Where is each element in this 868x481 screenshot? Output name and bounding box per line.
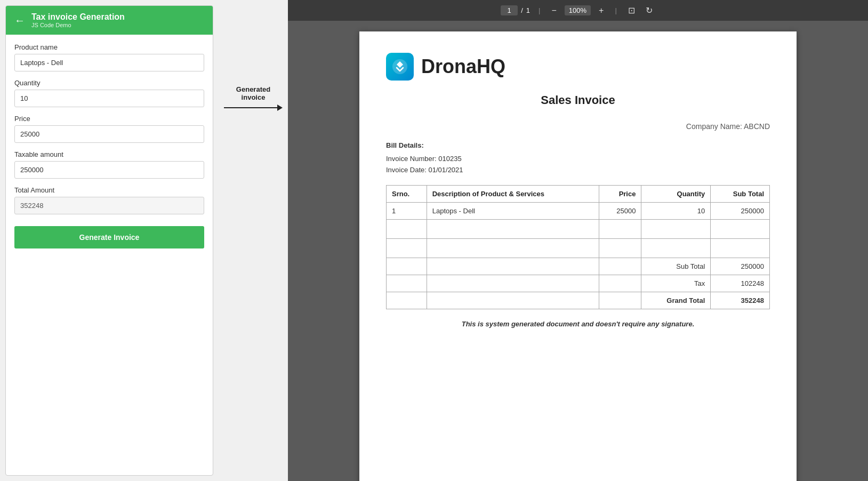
cell-description: Laptops - Dell (427, 203, 599, 220)
empty-cell (711, 239, 770, 258)
col-quantity: Quantity (641, 186, 711, 203)
pdf-page-input[interactable] (501, 5, 518, 15)
arrow-label: Generated invoice (224, 85, 283, 101)
empty-cell (711, 220, 770, 239)
pdf-refresh-button[interactable]: ↻ (643, 4, 655, 17)
invoice-date: Invoice Date: 01/01/2021 (386, 165, 770, 176)
empty-cell (387, 275, 427, 292)
bill-details: Bill Details: Invoice Number: 010235 Inv… (386, 140, 770, 175)
empty-cell (599, 220, 641, 239)
summary-subtotal-label: Sub Total (641, 258, 711, 275)
arrow-shaft (224, 107, 277, 108)
quantity-input[interactable] (14, 90, 204, 107)
invoice-title: Sales Invoice (386, 93, 770, 107)
empty-cell (599, 258, 641, 275)
price-field-group: Price (14, 115, 204, 143)
taxable-amount-field-group: Taxable amount (14, 150, 204, 179)
table-row-empty-2 (387, 239, 770, 258)
pdf-viewer-panel: / 1 | − 100% + | ⊡ ↻ DronaHQ (288, 0, 868, 481)
summary-grandtotal-value: 352248 (711, 292, 770, 309)
total-amount-label: Total Amount (14, 186, 204, 194)
table-header-row: Srno. Description of Product & Services … (387, 186, 770, 203)
panel-header: ← Tax invoice Generation JS Code Demo (6, 6, 213, 35)
summary-grandtotal-label: Grand Total (641, 292, 711, 309)
invoice-table: Srno. Description of Product & Services … (386, 185, 770, 309)
header-subtitle: JS Code Demo (31, 22, 125, 28)
product-name-input[interactable] (14, 54, 204, 71)
empty-cell (427, 220, 599, 239)
empty-cell (599, 239, 641, 258)
pdf-zoom-in-button[interactable]: + (596, 5, 606, 17)
pdf-zoom-display: 100% (565, 5, 591, 15)
col-srno: Srno. (387, 186, 427, 203)
pdf-page: DronaHQ Sales Invoice Company Name: ABCN… (359, 31, 797, 481)
table-row: 1 Laptops - Dell 25000 10 250000 (387, 203, 770, 220)
empty-cell (387, 220, 427, 239)
quantity-field-group: Quantity (14, 79, 204, 107)
header-text: Tax invoice Generation JS Code Demo (31, 12, 125, 28)
summary-tax-value: 102248 (711, 275, 770, 292)
product-name-field-group: Product name (14, 43, 204, 71)
company-logo (386, 53, 414, 81)
empty-cell (387, 239, 427, 258)
empty-cell (427, 275, 599, 292)
back-button[interactable]: ← (14, 14, 25, 27)
pdf-page-separator: / (521, 6, 523, 14)
invoice-company-name: Company Name: ABCND (386, 122, 770, 131)
empty-cell (641, 239, 711, 258)
col-price: Price (599, 186, 641, 203)
pdf-page-controls: / 1 (501, 5, 530, 15)
total-amount-field-group: Total Amount (14, 186, 204, 214)
empty-cell (599, 275, 641, 292)
empty-cell (599, 292, 641, 309)
pdf-toolbar: / 1 | − 100% + | ⊡ ↻ (288, 0, 868, 21)
product-name-label: Product name (14, 43, 204, 51)
quantity-label: Quantity (14, 79, 204, 87)
col-description: Description of Product & Services (427, 186, 599, 203)
price-label: Price (14, 115, 204, 123)
pdf-content-area: DronaHQ Sales Invoice Company Name: ABCN… (288, 21, 868, 481)
cell-srno: 1 (387, 203, 427, 220)
summary-row-subtotal: Sub Total 250000 (387, 258, 770, 275)
cell-quantity: 10 (641, 203, 711, 220)
generated-invoice-arrow: Generated invoice (219, 85, 288, 111)
summary-row-grandtotal: Grand Total 352248 (387, 292, 770, 309)
arrow-line (224, 105, 283, 111)
summary-subtotal-value: 250000 (711, 258, 770, 275)
summary-row-tax: Tax 102248 (387, 275, 770, 292)
invoice-number: Invoice Number: 010235 (386, 154, 770, 165)
col-subtotal: Sub Total (711, 186, 770, 203)
empty-cell (427, 258, 599, 275)
pdf-zoom-out-button[interactable]: − (549, 5, 559, 17)
empty-cell (387, 258, 427, 275)
system-note: This is system generated document and do… (386, 320, 770, 328)
generate-invoice-button[interactable]: Generate Invoice (14, 226, 204, 248)
empty-cell (427, 292, 599, 309)
pdf-separator-1: | (539, 6, 540, 14)
price-input[interactable] (14, 125, 204, 143)
empty-cell (641, 220, 711, 239)
total-amount-input (14, 197, 204, 214)
pdf-fullscreen-button[interactable]: ⊡ (625, 4, 638, 17)
header-title: Tax invoice Generation (31, 12, 125, 22)
pdf-page-total: 1 (526, 6, 530, 14)
summary-tax-label: Tax (641, 275, 711, 292)
bill-details-title: Bill Details: (386, 140, 770, 151)
arrow-head (277, 105, 283, 111)
empty-cell (427, 239, 599, 258)
company-name: DronaHQ (421, 55, 505, 78)
panel-body: Product name Quantity Price Taxable amou… (6, 35, 213, 475)
left-panel: ← Tax invoice Generation JS Code Demo Pr… (5, 5, 213, 476)
empty-cell (387, 292, 427, 309)
taxable-amount-input[interactable] (14, 161, 204, 179)
taxable-amount-label: Taxable amount (14, 150, 204, 158)
cell-price: 25000 (599, 203, 641, 220)
pdf-separator-2: | (615, 6, 616, 14)
cell-row-subtotal: 250000 (711, 203, 770, 220)
invoice-header: DronaHQ (386, 53, 770, 81)
table-row-empty-1 (387, 220, 770, 239)
